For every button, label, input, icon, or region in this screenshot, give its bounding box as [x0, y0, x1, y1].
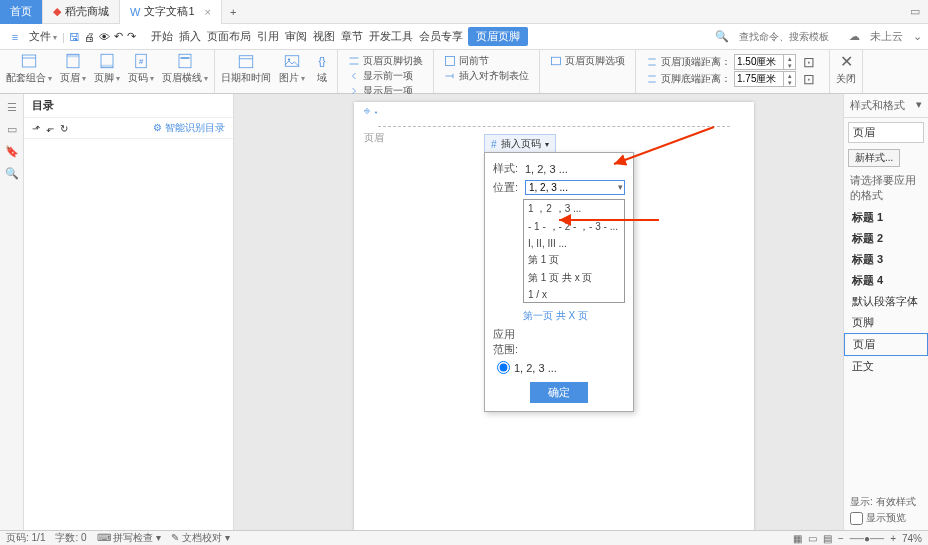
rib-combo[interactable]: 配套组合	[6, 52, 52, 85]
tab-store[interactable]: ◆稻壳商城	[43, 0, 120, 24]
cloud-status[interactable]: 未上云	[870, 29, 903, 44]
rib-close[interactable]: ✕关闭	[836, 52, 856, 86]
status-spell[interactable]: ⌨ 拼写检查 ▾	[97, 531, 162, 545]
rib-sameprev[interactable]: 同前节	[444, 54, 529, 68]
rib-datetime[interactable]: 日期和时间	[221, 52, 271, 85]
style-h1[interactable]: 标题 1	[844, 207, 928, 228]
rib-header[interactable]: 页眉	[60, 52, 86, 85]
toc-up-icon[interactable]: ⬏	[32, 123, 40, 134]
search-icon[interactable]: 🔍	[715, 30, 729, 43]
menu-insert[interactable]: 插入	[178, 29, 202, 44]
menu-header-footer[interactable]: 页眉页脚	[468, 27, 528, 46]
toc-down-icon[interactable]: ⬐	[46, 123, 54, 134]
toc-refresh-icon[interactable]: ↻	[60, 123, 68, 134]
status-proof[interactable]: ✎ 文档校对 ▾	[171, 531, 230, 545]
view-web-icon[interactable]: ▤	[823, 533, 832, 544]
zoom-value[interactable]: 74%	[902, 533, 922, 544]
tab-doc1[interactable]: W文字文稿1 ×	[120, 0, 222, 24]
cloud-icon[interactable]: ☁	[849, 30, 860, 43]
qat-redo-icon[interactable]: ↷	[127, 30, 136, 43]
format-opt-2[interactable]: - 1 - ，- 2 - ，- 3 - ...	[524, 218, 624, 236]
qat-undo-icon[interactable]: ↶	[114, 30, 123, 43]
sidebar-page-icon[interactable]: ▭	[5, 122, 19, 136]
sidebar-search-icon[interactable]: 🔍	[5, 166, 19, 180]
rib-options[interactable]: 页眉页脚选项	[550, 54, 625, 68]
show-value[interactable]: 有效样式	[876, 496, 916, 507]
svg-rect-3	[67, 54, 79, 57]
rib-tabstop[interactable]: 插入对齐制表位	[444, 69, 529, 83]
current-style[interactable]: 页眉	[848, 122, 924, 143]
rib-g3: 页眉页脚切换 显示前一项 显示后一项	[344, 52, 427, 100]
menu-bar: ≡ 文件 | 🖫 🖨 👁 ↶ ↷ 开始 插入 页面布局 引用 审阅 视图 章节 …	[0, 24, 928, 50]
window-restore-icon[interactable]: ▭	[910, 5, 920, 18]
menu-vip[interactable]: 会员专享	[418, 29, 464, 44]
search-input[interactable]	[739, 31, 839, 42]
menu-start[interactable]: 开始	[150, 29, 174, 44]
sidebar-toc-icon[interactable]: ☰	[5, 100, 19, 114]
footer-dist-spinner[interactable]: ▴▾	[734, 71, 796, 87]
left-sidebar: ☰ ▭ 🔖 🔍	[0, 94, 24, 530]
qat-save-icon[interactable]: 🖫	[69, 31, 80, 43]
styles-title: 样式和格式	[850, 98, 905, 113]
page-anchor-icon: ⎆ ▾	[360, 104, 383, 117]
new-style-button[interactable]: 新样式...	[848, 149, 900, 167]
reset-bot-icon[interactable]: ⊡	[799, 71, 819, 87]
apply-radio-doc[interactable]	[497, 361, 510, 374]
format-opt-3[interactable]: I, II, III ...	[524, 236, 624, 251]
svg-rect-15	[446, 57, 455, 66]
rib-hdrline[interactable]: 页眉横线	[162, 52, 208, 85]
style-h4[interactable]: 标题 4	[844, 270, 928, 291]
style-footer[interactable]: 页脚	[844, 312, 928, 333]
styles-prompt: 请选择要应用的格式	[844, 169, 928, 207]
pos-combo[interactable]: ▾	[525, 180, 625, 195]
menu-section[interactable]: 章节	[340, 29, 364, 44]
status-words[interactable]: 字数: 0	[55, 531, 86, 545]
style-header[interactable]: 页眉	[844, 333, 928, 356]
style-h2[interactable]: 标题 2	[844, 228, 928, 249]
collapse-ribbon-icon[interactable]: ⌄	[913, 30, 922, 43]
view-print-icon[interactable]: ▦	[793, 533, 802, 544]
rib-switch[interactable]: 页眉页脚切换	[348, 54, 423, 68]
format-opt-6[interactable]: 1 / x	[524, 287, 624, 302]
tab-add[interactable]: +	[222, 6, 244, 18]
menu-dev[interactable]: 开发工具	[368, 29, 414, 44]
qat-print-icon[interactable]: 🖨	[84, 31, 95, 43]
document-canvas[interactable]: ⎆ ▾ 页眉 页脚 #插入页码▾ 样式: 1, 2, 3 ... 位置: ▾	[234, 94, 843, 530]
menu-review[interactable]: 审阅	[284, 29, 308, 44]
reset-top-icon[interactable]: ⊡	[799, 54, 819, 70]
rib-footer[interactable]: 页脚	[94, 52, 120, 85]
menu-layout[interactable]: 页面布局	[206, 29, 252, 44]
view-read-icon[interactable]: ▭	[808, 533, 817, 544]
header-dist-spinner[interactable]: ▴▾	[734, 54, 796, 70]
rib-image[interactable]: 图片	[279, 52, 305, 85]
format-opt-4[interactable]: 第 1 页	[524, 251, 624, 269]
style-body[interactable]: 正文	[844, 356, 928, 377]
title-tabs: 首页 ◆稻壳商城 W文字文稿1 × + ▭	[0, 0, 928, 24]
style-h3[interactable]: 标题 3	[844, 249, 928, 270]
rib-prev[interactable]: 显示前一项	[348, 69, 423, 83]
menu-file[interactable]: 文件	[28, 29, 58, 44]
qat-preview-icon[interactable]: 👁	[99, 31, 110, 43]
zoom-out-icon[interactable]: −	[838, 533, 844, 544]
ok-button[interactable]: 确定	[530, 382, 588, 403]
close-icon[interactable]: ×	[205, 6, 211, 18]
preview-checkbox[interactable]: 显示预览	[850, 511, 922, 525]
style-default[interactable]: 默认段落字体	[844, 291, 928, 312]
zoom-slider[interactable]: ──●──	[850, 533, 884, 544]
svg-point-13	[288, 58, 290, 60]
app-menu-icon[interactable]: ≡	[6, 28, 24, 46]
rib-pagenum[interactable]: #页码	[128, 52, 154, 85]
zoom-in-icon[interactable]: +	[890, 533, 896, 544]
menu-ref[interactable]: 引用	[256, 29, 280, 44]
menu-view[interactable]: 视图	[312, 29, 336, 44]
toc-smart-link[interactable]: ⚙ 智能识别目录	[153, 121, 225, 135]
sidebar-bookmark-icon[interactable]: 🔖	[5, 144, 19, 158]
window-controls: ▭	[910, 5, 928, 18]
insert-pagenum-dropdown[interactable]: #插入页码▾	[484, 134, 556, 154]
rib-field[interactable]: {}域	[313, 52, 331, 85]
tab-home[interactable]: 首页	[0, 0, 43, 24]
format-opt-5[interactable]: 第 1 页 共 x 页	[524, 269, 624, 287]
chevron-down-icon[interactable]: ▾	[618, 182, 623, 192]
status-page[interactable]: 页码: 1/1	[6, 531, 45, 545]
format-opt-1[interactable]: 1 ，2 ，3 ...	[524, 200, 624, 218]
